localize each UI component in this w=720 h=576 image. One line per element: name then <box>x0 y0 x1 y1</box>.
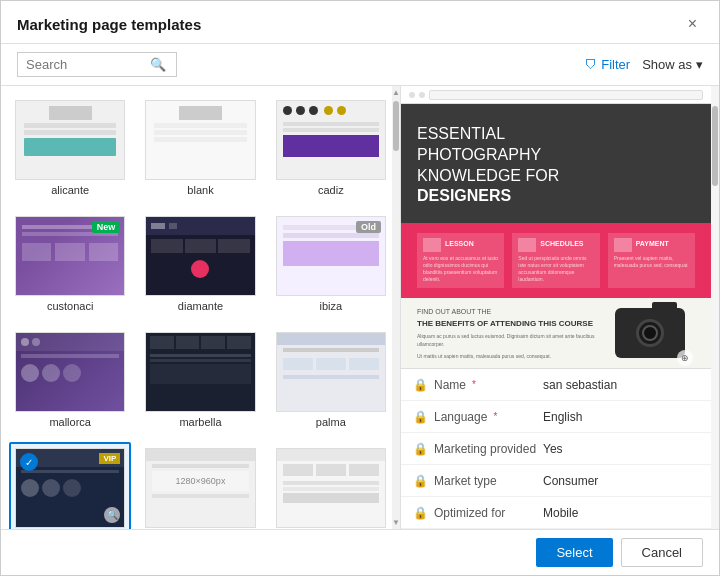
card-payment-text: Praesent vel sapien mattis, malesuada pu… <box>614 255 689 269</box>
card-lesson-text: At vero eos et accusamus et iusto odio d… <box>423 255 498 283</box>
property-label-marketing: 🔒 Marketing provided <box>413 442 543 456</box>
template-thumb-blank <box>145 100 255 180</box>
template-thumb-sitges: 1280×960px <box>145 448 255 528</box>
property-label-name: 🔒 Name * <box>413 378 543 392</box>
required-indicator-language: * <box>493 411 497 422</box>
preview-card-payment: PAYMENT Praesent vel sapien mattis, male… <box>608 233 695 288</box>
template-item-ibiza[interactable]: Old ibiza <box>270 210 392 318</box>
properties-section: 🔒 Name * san sebastian 🔒 Language * Engl… <box>401 368 711 529</box>
template-label-mallorca: mallorca <box>49 416 91 428</box>
detail-scrollbar-thumb[interactable] <box>712 106 718 186</box>
scroll-down-arrow[interactable]: ▼ <box>392 518 400 527</box>
selected-check-icon: ✓ <box>20 453 38 471</box>
preview-hero-title: ESSENTIAL PHOTOGRAPHY KNOWLEDGE FOR DESI… <box>417 124 695 207</box>
lock-icon-language: 🔒 <box>413 410 428 424</box>
lock-icon-optimized: 🔒 <box>413 506 428 520</box>
camera-top <box>652 302 677 310</box>
template-item-alicante[interactable]: alicante <box>9 94 131 202</box>
badge-new: New <box>92 221 121 233</box>
detail-scrollbar[interactable] <box>711 86 719 529</box>
show-as-button[interactable]: Show as ▾ <box>642 57 703 72</box>
dialog-toolbar: 🔍 ⛉ Filter Show as ▾ <box>1 44 719 86</box>
template-label-alicante: alicante <box>51 184 89 196</box>
scroll-up-arrow[interactable]: ▲ <box>392 88 400 97</box>
template-item-struct1[interactable]: struct-1 <box>270 442 392 529</box>
property-value-name: san sebastian <box>543 378 699 392</box>
property-value-optimized: Mobile <box>543 506 699 520</box>
card-schedules-title: SCHEDULES <box>540 240 583 247</box>
property-row-optimized: 🔒 Optimized for Mobile <box>401 497 711 529</box>
scroll-thumb[interactable] <box>393 101 399 151</box>
property-label-language: 🔒 Language * <box>413 410 543 424</box>
template-label-marbella: marbella <box>179 416 221 428</box>
property-row-name: 🔒 Name * san sebastian <box>401 369 711 401</box>
preview-bottom-body2: Ut mattis ut sapien mattis, malesuada pu… <box>417 352 605 360</box>
property-label-market-type: 🔒 Market type <box>413 474 543 488</box>
template-thumb-palma <box>276 332 386 412</box>
template-thumb-custonaci: New <box>15 216 125 296</box>
template-thumb-mallorca <box>15 332 125 412</box>
template-label-blank: blank <box>187 184 213 196</box>
template-item-cadiz[interactable]: cadiz <box>270 94 392 202</box>
template-item-marbella[interactable]: marbella <box>139 326 261 434</box>
template-item-san-sebastian[interactable]: ✓ VIP 🔍 san sebastian <box>9 442 131 529</box>
template-thumb-alicante <box>15 100 125 180</box>
template-item-diamante[interactable]: diamante <box>139 210 261 318</box>
preview-content: ESSENTIAL PHOTOGRAPHY KNOWLEDGE FOR DESI… <box>401 86 711 368</box>
template-item-palma[interactable]: palma <box>270 326 392 434</box>
cancel-button[interactable]: Cancel <box>621 538 703 567</box>
template-label-diamante: diamante <box>178 300 223 312</box>
grid-scrollbar[interactable]: ▲ ▼ <box>392 86 400 529</box>
preview-hero: ESSENTIAL PHOTOGRAPHY KNOWLEDGE FOR DESI… <box>401 104 711 223</box>
camera-lens <box>636 319 664 347</box>
template-label-cadiz: cadiz <box>318 184 344 196</box>
card-lesson-title: LESSON <box>445 240 474 247</box>
preview-cards-section: LESSON At vero eos et accusamus et iusto… <box>401 223 711 298</box>
template-label-ibiza: ibiza <box>320 300 343 312</box>
preview-text-column: FIND OUT ABOUT THE THE BENEFITS OF ATTEN… <box>417 308 605 358</box>
search-input[interactable] <box>26 57 146 72</box>
preview-bottom-body1: Aliquam ac purus a sed luctus euismod. D… <box>417 332 605 348</box>
card-payment-title: PAYMENT <box>636 240 669 247</box>
magnify-icon: ⊕ <box>677 350 693 366</box>
filter-label: Filter <box>601 57 630 72</box>
property-value-marketing: Yes <box>543 442 699 456</box>
preview-card-lesson: LESSON At vero eos et accusamus et iusto… <box>417 233 504 288</box>
property-value-market-type: Consumer <box>543 474 699 488</box>
toolbar-right: ⛉ Filter Show as ▾ <box>585 57 703 72</box>
preview-area: ESSENTIAL PHOTOGRAPHY KNOWLEDGE FOR DESI… <box>401 86 711 368</box>
property-row-language: 🔒 Language * English <box>401 401 711 433</box>
detail-panel: ESSENTIAL PHOTOGRAPHY KNOWLEDGE FOR DESI… <box>401 86 711 529</box>
card-schedules-text: Sed ut perspiciatis unde omnis iste natu… <box>518 255 593 283</box>
template-label-custonaci: custonaci <box>47 300 93 312</box>
preview-bottom-subtitle: THE BENEFITS OF ATTENDING THIS COURSE <box>417 319 605 328</box>
lock-icon-name: 🔒 <box>413 378 428 392</box>
template-thumb-san-sebastian: ✓ VIP 🔍 <box>15 448 125 528</box>
camera-body <box>615 308 685 358</box>
preview-camera-illustration: ⊕ <box>615 308 695 368</box>
required-indicator-name: * <box>472 379 476 390</box>
template-thumb-ibiza: Old <box>276 216 386 296</box>
template-item-custonaci[interactable]: New custonaci <box>9 210 131 318</box>
filter-button[interactable]: ⛉ Filter <box>585 57 630 72</box>
template-item-mallorca[interactable]: mallorca <box>9 326 131 434</box>
filter-icon: ⛉ <box>585 58 597 72</box>
preview-browser-bar <box>401 86 711 104</box>
dialog-title: Marketing page templates <box>17 16 201 33</box>
lock-icon-marketing: 🔒 <box>413 442 428 456</box>
lock-icon-market-type: 🔒 <box>413 474 428 488</box>
property-label-optimized: 🔒 Optimized for <box>413 506 543 520</box>
template-label-palma: palma <box>316 416 346 428</box>
camera-lens-inner <box>642 325 658 341</box>
preview-card-schedules: SCHEDULES Sed ut perspiciatis unde omnis… <box>512 233 599 288</box>
template-item-blank[interactable]: blank <box>139 94 261 202</box>
template-item-sitges[interactable]: 1280×960px sitges <box>139 442 261 529</box>
search-icon: 🔍 <box>150 57 166 72</box>
close-button[interactable]: × <box>682 13 703 35</box>
select-button[interactable]: Select <box>536 538 612 567</box>
property-row-marketing: 🔒 Marketing provided Yes <box>401 433 711 465</box>
template-thumb-struct1 <box>276 448 386 528</box>
search-box[interactable]: 🔍 <box>17 52 177 77</box>
template-grid: alicante blank <box>9 94 392 529</box>
marketing-templates-dialog: Marketing page templates × 🔍 ⛉ Filter Sh… <box>0 0 720 576</box>
